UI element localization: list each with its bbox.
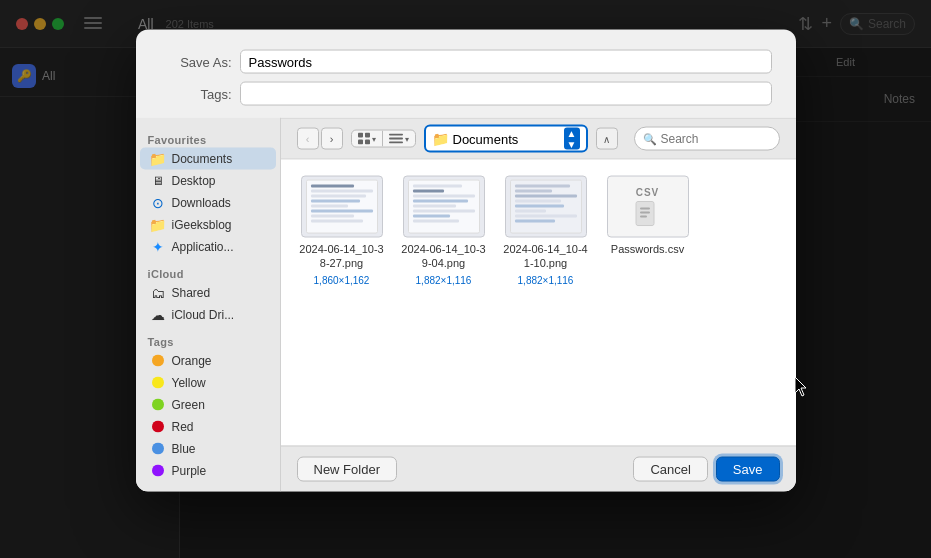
- documents-icon: 📁: [150, 151, 166, 167]
- svg-rect-7: [365, 133, 370, 138]
- search-input[interactable]: [661, 132, 771, 146]
- tags-section-title: Tags: [136, 330, 280, 350]
- red-label: Red: [172, 420, 194, 434]
- dialog-footer: New Folder Cancel Save: [281, 446, 796, 492]
- cancel-button[interactable]: Cancel: [633, 457, 707, 482]
- sidebar-item-icloud-drive[interactable]: ☁ iCloud Dri...: [140, 304, 276, 326]
- shared-label: Shared: [172, 286, 211, 300]
- favourites-section: Favourites 📁 Documents 🖥 Desktop ⊙ Downl…: [136, 126, 280, 260]
- expand-button[interactable]: ∧: [596, 128, 618, 150]
- save-button[interactable]: Save: [716, 457, 780, 482]
- dialog-header: Save As: Tags:: [136, 30, 796, 118]
- svg-point-1: [152, 377, 164, 389]
- file-grid: 2024-06-14_10-3 8-27.png 1,860×1,162: [297, 176, 780, 286]
- tags-input[interactable]: [240, 82, 772, 106]
- downloads-label: Downloads: [172, 196, 231, 210]
- orange-tag-icon: [150, 353, 166, 369]
- file-meta: 1,860×1,162: [314, 274, 370, 285]
- svg-point-4: [152, 443, 164, 455]
- igeeksblog-icon: 📁: [150, 217, 166, 233]
- sidebar-item-igeeksblog[interactable]: 📁 iGeeksblog: [140, 214, 276, 236]
- list-view-chevron: ▾: [405, 134, 409, 143]
- tags-section: Tags Orange Yellow Green Red: [136, 328, 280, 484]
- svg-rect-14: [640, 207, 650, 209]
- file-thumbnail: CSV: [607, 176, 689, 238]
- svg-point-2: [152, 399, 164, 411]
- save-dialog: Save As: Tags: Favourites 📁 Documents 🖥 …: [136, 30, 796, 492]
- file-thumbnail: [403, 176, 485, 238]
- location-text: Documents: [453, 131, 560, 146]
- sidebar-item-green[interactable]: Green: [140, 394, 276, 416]
- icon-view-button[interactable]: ▾: [352, 131, 382, 147]
- svg-rect-12: [389, 142, 403, 144]
- svg-rect-9: [365, 140, 370, 145]
- svg-rect-6: [358, 133, 363, 138]
- icloud-drive-label: iCloud Dri...: [172, 308, 235, 322]
- save-as-label: Save As:: [160, 54, 240, 69]
- blue-label: Blue: [172, 442, 196, 456]
- shared-icon: 🗂: [150, 285, 166, 301]
- svg-point-0: [152, 355, 164, 367]
- file-browser: 2024-06-14_10-3 8-27.png 1,860×1,162: [281, 160, 796, 446]
- icloud-title: iCloud: [136, 262, 280, 282]
- icloud-section: iCloud 🗂 Shared ☁ iCloud Dri...: [136, 260, 280, 328]
- search-bar: 🔍: [634, 127, 780, 151]
- file-name: 2024-06-14_10-4 1-10.png: [501, 242, 591, 271]
- dialog-sidebar: Favourites 📁 Documents 🖥 Desktop ⊙ Downl…: [136, 118, 281, 492]
- sidebar-item-purple[interactable]: Purple: [140, 460, 276, 482]
- file-item[interactable]: 2024-06-14_10-3 9-04.png 1,882×1,116: [399, 176, 489, 286]
- yellow-tag-icon: [150, 375, 166, 391]
- sidebar-item-yellow[interactable]: Yellow: [140, 372, 276, 394]
- location-chevron-button[interactable]: ▲ ▼: [564, 128, 580, 150]
- file-meta: 1,882×1,116: [416, 274, 472, 285]
- sidebar-item-downloads[interactable]: ⊙ Downloads: [140, 192, 276, 214]
- csv-file-icon: [634, 199, 662, 227]
- svg-point-3: [152, 421, 164, 433]
- sidebar-item-red[interactable]: Red: [140, 416, 276, 438]
- file-name: Passwords.csv: [611, 242, 684, 256]
- sidebar-item-documents[interactable]: 📁 Documents: [140, 148, 276, 170]
- csv-type-label: CSV: [636, 186, 660, 197]
- icloud-drive-icon: ☁: [150, 307, 166, 323]
- icon-view-chevron: ▾: [372, 134, 376, 143]
- file-thumbnail: [505, 176, 587, 238]
- purple-tag-icon: [150, 463, 166, 479]
- file-meta: 1,882×1,116: [518, 274, 574, 285]
- save-as-input[interactable]: [240, 50, 772, 74]
- sidebar-item-blue[interactable]: Blue: [140, 438, 276, 460]
- desktop-icon: 🖥: [150, 173, 166, 189]
- purple-label: Purple: [172, 464, 207, 478]
- svg-rect-8: [358, 140, 363, 145]
- documents-label: Documents: [172, 152, 233, 166]
- igeeksblog-label: iGeeksblog: [172, 218, 232, 232]
- sidebar-item-orange[interactable]: Orange: [140, 350, 276, 372]
- file-item[interactable]: 2024-06-14_10-4 1-10.png 1,882×1,116: [501, 176, 591, 286]
- location-folder-icon: 📁: [432, 131, 449, 147]
- red-tag-icon: [150, 419, 166, 435]
- forward-button[interactable]: ›: [321, 128, 343, 150]
- favourites-title: Favourites: [136, 128, 280, 148]
- dialog-toolbar: ‹ › ▾ ▾ 📁 Documents: [281, 118, 796, 160]
- back-button[interactable]: ‹: [297, 128, 319, 150]
- new-folder-button[interactable]: New Folder: [297, 457, 397, 482]
- svg-rect-10: [389, 134, 403, 136]
- applications-label: Applicatio...: [172, 240, 234, 254]
- desktop-label: Desktop: [172, 174, 216, 188]
- file-name: 2024-06-14_10-3 9-04.png: [399, 242, 489, 271]
- search-icon: 🔍: [643, 132, 657, 145]
- sidebar-item-applications[interactable]: ✦ Applicatio...: [140, 236, 276, 258]
- dialog-content: ‹ › ▾ ▾ 📁 Documents: [281, 118, 796, 492]
- file-thumbnail: [301, 176, 383, 238]
- sidebar-item-desktop[interactable]: 🖥 Desktop: [140, 170, 276, 192]
- list-view-button[interactable]: ▾: [382, 131, 415, 147]
- green-tag-icon: [150, 397, 166, 413]
- dialog-inner: Favourites 📁 Documents 🖥 Desktop ⊙ Downl…: [136, 118, 796, 492]
- svg-rect-15: [640, 211, 650, 213]
- svg-rect-11: [389, 138, 403, 140]
- svg-rect-16: [640, 215, 647, 217]
- file-item[interactable]: 2024-06-14_10-3 8-27.png 1,860×1,162: [297, 176, 387, 286]
- sidebar-item-shared[interactable]: 🗂 Shared: [140, 282, 276, 304]
- location-bar[interactable]: 📁 Documents ▲ ▼: [424, 125, 588, 153]
- green-label: Green: [172, 398, 205, 412]
- file-item[interactable]: CSV Passwords.csv: [603, 176, 693, 286]
